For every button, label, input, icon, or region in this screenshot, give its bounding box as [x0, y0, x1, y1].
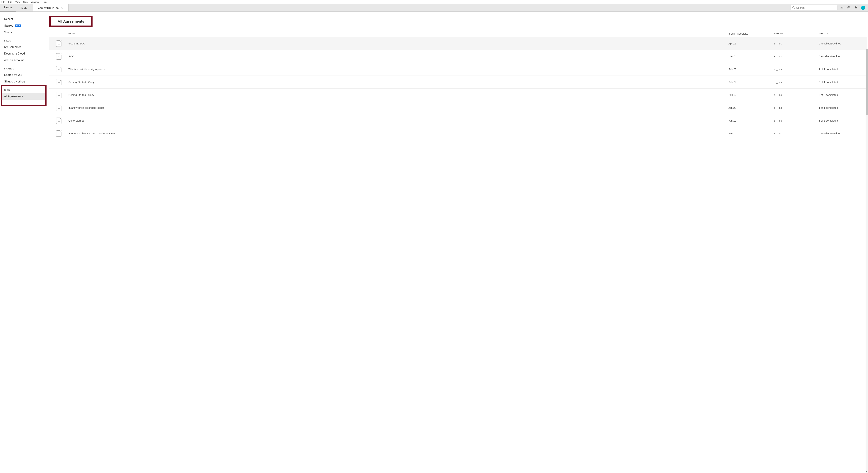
- cell-status: 1 of 3 completed: [819, 119, 867, 122]
- toolbar-icons: [840, 6, 868, 10]
- sidebar-item-recent[interactable]: Recent: [0, 16, 49, 22]
- cell-sender: ls _rbls: [774, 81, 819, 84]
- sidebar: Recent Starred NEW Scans FILES My Comput…: [0, 12, 49, 473]
- table-row[interactable]: SOCMar 01ls _rblsCancelled/Declined: [49, 50, 867, 63]
- cell-date: Feb 07: [728, 68, 774, 71]
- help-icon[interactable]: [847, 6, 850, 9]
- cell-name: adobe_acrobat_DC_for_mobile_readme: [68, 132, 728, 135]
- chat-icon[interactable]: [840, 6, 844, 9]
- cell-sender: ls _rbls: [774, 106, 819, 109]
- cell-status: 1 of 1 completed: [819, 106, 867, 109]
- highlight-page-title: All Agreements: [49, 16, 93, 27]
- document-icon: [49, 92, 68, 98]
- content: Recent Starred NEW Scans FILES My Comput…: [0, 12, 868, 473]
- cell-sender: ls _rbls: [774, 93, 819, 96]
- document-icon: [49, 105, 68, 111]
- svg-line-1: [794, 8, 795, 8]
- cell-sender: ls _rbls: [774, 68, 819, 71]
- table-row[interactable]: adobe_acrobat_DC_for_mobile_readmeJan 10…: [49, 127, 867, 140]
- cell-status: 1 of 1 completed: [819, 68, 867, 71]
- cell-name: SOC: [68, 55, 728, 58]
- sidebar-heading-files: FILES: [0, 36, 49, 44]
- menu-sign[interactable]: Sign: [23, 1, 28, 3]
- cell-sender: ls _rbls: [774, 55, 819, 58]
- document-icon: [49, 118, 68, 124]
- cell-name: This is a test file to sig in person: [68, 68, 728, 71]
- cell-name: Getting Started - Copy: [68, 93, 728, 96]
- table-body: test-print-SOCApr 12ls _rblsCancelled/De…: [49, 37, 867, 473]
- tab-home[interactable]: Home: [0, 4, 16, 11]
- cell-date: Mar 01: [728, 55, 774, 58]
- search-input[interactable]: [796, 6, 836, 9]
- sidebar-item-scans[interactable]: Scans: [0, 29, 49, 36]
- table-row[interactable]: quantity-price-extended-readerJan 22ls _…: [49, 101, 867, 114]
- menu-help[interactable]: Help: [42, 1, 47, 3]
- document-icon: [49, 53, 68, 60]
- bell-icon[interactable]: [854, 6, 858, 9]
- svg-point-4: [842, 7, 843, 8]
- cell-sender: ls _rbls: [774, 132, 819, 135]
- cell-status: Cancelled/Declined: [819, 132, 867, 135]
- cell-name: quantity-price-extended-reader: [68, 106, 728, 109]
- menu-file[interactable]: File: [1, 1, 5, 3]
- cell-date: Jan 10: [728, 132, 774, 135]
- sidebar-item-label: Starred: [4, 24, 13, 27]
- scrollbar[interactable]: ▼: [866, 49, 868, 473]
- new-badge: NEW: [15, 25, 21, 27]
- cell-date: Feb 07: [728, 93, 774, 96]
- search-icon: [792, 6, 795, 9]
- cell-status: Cancelled/Declined: [819, 42, 867, 45]
- svg-point-3: [842, 7, 842, 8]
- cell-status: Cancelled/Declined: [819, 55, 867, 58]
- document-icon: [49, 130, 68, 137]
- cell-name: Quick start.pdf: [68, 119, 728, 122]
- table-row[interactable]: Getting Started - CopyFeb 07ls _rbls3 of…: [49, 89, 867, 101]
- cell-name: Getting Started - Copy: [68, 81, 728, 84]
- sidebar-item-shared-by-others[interactable]: Shared by others: [0, 78, 49, 85]
- document-icon: [49, 66, 68, 72]
- column-status[interactable]: STATUS: [819, 32, 868, 35]
- toolbar-tabs: Home Tools AcrobatDC_js_api_r...: [0, 4, 69, 11]
- sidebar-item-starred[interactable]: Starred NEW: [0, 22, 49, 29]
- search-box[interactable]: [790, 5, 837, 10]
- table-row[interactable]: Getting Started - CopyFeb 07ls _rbls0 of…: [49, 76, 867, 89]
- sidebar-heading-shared: SHARED: [0, 64, 49, 72]
- scrollbar-thumb[interactable]: [866, 49, 868, 115]
- menubar: File Edit View Sign Window Help: [0, 0, 868, 4]
- document-icon: [49, 79, 68, 85]
- menu-edit[interactable]: Edit: [8, 1, 12, 3]
- cell-sender: ls _rbls: [774, 119, 819, 122]
- sidebar-item-shared-by-you[interactable]: Shared by you: [0, 72, 49, 78]
- cell-status: 3 of 3 completed: [819, 93, 867, 96]
- sidebar-item-all-agreements[interactable]: All Agreements: [2, 93, 46, 100]
- tab-tools[interactable]: Tools: [16, 4, 31, 11]
- cell-date: Jan 22: [728, 106, 774, 109]
- column-sent-received[interactable]: SENT / RECEIVED: [729, 32, 774, 35]
- cell-date: Jan 10: [728, 119, 774, 122]
- cell-date: Feb 07: [728, 81, 774, 84]
- table-header: NAME SENT / RECEIVED SENDER STATUS: [49, 30, 868, 37]
- column-sender[interactable]: SENDER: [774, 32, 819, 35]
- tab-document[interactable]: AcrobatDC_js_api_r...: [33, 4, 69, 11]
- table-row[interactable]: Quick start.pdfJan 10ls _rbls1 of 3 comp…: [49, 114, 867, 127]
- page-title: All Agreements: [58, 19, 84, 24]
- cell-name: test-print-SOC: [68, 42, 728, 45]
- svg-point-0: [793, 6, 794, 8]
- sidebar-item-add-account[interactable]: Add an Account: [0, 57, 49, 64]
- table-row[interactable]: test-print-SOCApr 12ls _rblsCancelled/De…: [49, 37, 867, 50]
- cell-status: 0 of 1 completed: [819, 81, 867, 84]
- cell-sender: ls _rbls: [774, 42, 819, 45]
- sidebar-item-my-computer[interactable]: My Computer: [0, 44, 49, 50]
- cell-date: Apr 12: [728, 42, 774, 45]
- scrollbar-arrow-down-icon[interactable]: ▼: [866, 470, 868, 473]
- column-name[interactable]: NAME: [68, 32, 729, 35]
- table-row[interactable]: This is a test file to sig in personFeb …: [49, 63, 867, 76]
- sidebar-item-document-cloud[interactable]: Document Cloud: [0, 50, 49, 57]
- sort-arrow-down-icon: [751, 33, 753, 35]
- menu-view[interactable]: View: [15, 1, 20, 3]
- menu-window[interactable]: Window: [31, 1, 39, 3]
- main: All Agreements NAME SENT / RECEIVED SEND…: [49, 12, 868, 473]
- toolbar: Home Tools AcrobatDC_js_api_r...: [0, 4, 868, 12]
- svg-point-2: [841, 7, 842, 8]
- avatar[interactable]: [861, 6, 865, 10]
